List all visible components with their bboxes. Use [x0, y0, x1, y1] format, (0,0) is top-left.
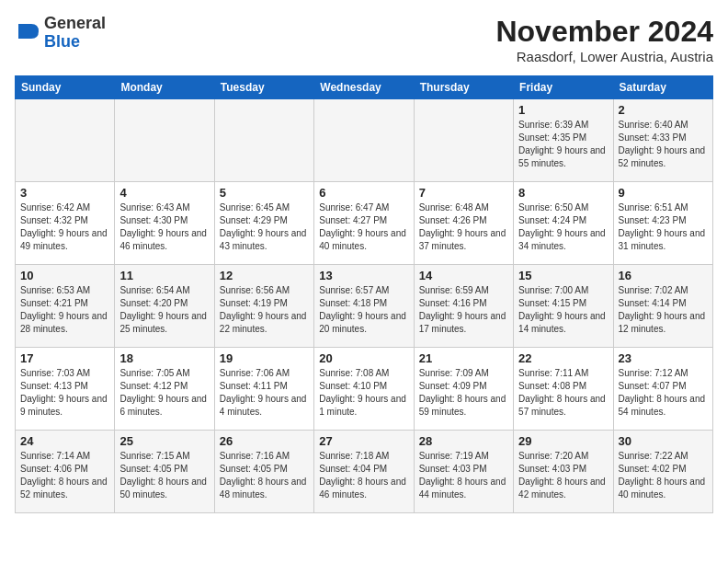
calendar-cell: 30Sunrise: 7:22 AM Sunset: 4:02 PM Dayli… [613, 431, 712, 513]
day-info: Sunrise: 6:42 AM Sunset: 4:32 PM Dayligh… [20, 201, 109, 253]
header: General Blue November 2024 Raasdorf, Low… [15, 15, 713, 64]
day-number: 28 [419, 434, 508, 448]
calendar-cell: 26Sunrise: 7:16 AM Sunset: 4:05 PM Dayli… [214, 431, 313, 513]
day-number: 22 [518, 351, 608, 365]
day-number: 9 [619, 186, 708, 200]
calendar-cell: 7Sunrise: 6:48 AM Sunset: 4:26 PM Daylig… [414, 182, 513, 265]
day-number: 20 [319, 351, 408, 365]
calendar-cell: 29Sunrise: 7:20 AM Sunset: 4:03 PM Dayli… [514, 431, 613, 513]
calendar-cell: 19Sunrise: 7:06 AM Sunset: 4:11 PM Dayli… [214, 348, 313, 431]
day-number: 14 [419, 269, 508, 282]
calendar-cell: 27Sunrise: 7:18 AM Sunset: 4:04 PM Dayli… [314, 431, 414, 513]
day-info: Sunrise: 6:40 AM Sunset: 4:33 PM Dayligh… [619, 119, 708, 170]
logo-text: General Blue [44, 15, 106, 52]
day-header-saturday: Saturday [613, 76, 712, 99]
day-info: Sunrise: 7:16 AM Sunset: 4:05 PM Dayligh… [220, 450, 309, 501]
day-info: Sunrise: 7:05 AM Sunset: 4:12 PM Dayligh… [119, 367, 209, 419]
day-number: 7 [419, 186, 508, 200]
day-info: Sunrise: 6:43 AM Sunset: 4:30 PM Dayligh… [119, 201, 209, 253]
day-info: Sunrise: 7:06 AM Sunset: 4:11 PM Dayligh… [220, 367, 309, 419]
day-info: Sunrise: 7:14 AM Sunset: 4:06 PM Dayligh… [20, 450, 109, 501]
day-header-thursday: Thursday [414, 76, 513, 99]
day-number: 25 [119, 434, 209, 448]
logo-icon [15, 20, 40, 46]
day-number: 21 [419, 351, 508, 365]
day-info: Sunrise: 6:57 AM Sunset: 4:18 PM Dayligh… [319, 284, 408, 336]
day-number: 16 [619, 269, 708, 282]
calendar-cell: 18Sunrise: 7:05 AM Sunset: 4:12 PM Dayli… [115, 348, 214, 431]
calendar-cell: 10Sunrise: 6:53 AM Sunset: 4:21 PM Dayli… [16, 265, 115, 348]
calendar-cell: 22Sunrise: 7:11 AM Sunset: 4:08 PM Dayli… [514, 348, 613, 431]
location-title: Raasdorf, Lower Austria, Austria [495, 49, 713, 64]
day-number: 5 [220, 186, 309, 200]
calendar-cell: 6Sunrise: 6:47 AM Sunset: 4:27 PM Daylig… [314, 182, 414, 265]
calendar-cell: 28Sunrise: 7:19 AM Sunset: 4:03 PM Dayli… [414, 431, 513, 513]
calendar-cell: 17Sunrise: 7:03 AM Sunset: 4:13 PM Dayli… [16, 348, 115, 431]
day-number: 10 [20, 269, 109, 282]
day-info: Sunrise: 7:20 AM Sunset: 4:03 PM Dayligh… [518, 450, 608, 501]
calendar-cell: 25Sunrise: 7:15 AM Sunset: 4:05 PM Dayli… [115, 431, 214, 513]
calendar-cell: 3Sunrise: 6:42 AM Sunset: 4:32 PM Daylig… [16, 182, 115, 265]
day-number: 30 [619, 434, 708, 448]
calendar-cell: 21Sunrise: 7:09 AM Sunset: 4:09 PM Dayli… [414, 348, 513, 431]
day-info: Sunrise: 6:54 AM Sunset: 4:20 PM Dayligh… [119, 284, 209, 336]
day-info: Sunrise: 7:15 AM Sunset: 4:05 PM Dayligh… [119, 450, 209, 501]
calendar-cell: 20Sunrise: 7:08 AM Sunset: 4:10 PM Dayli… [314, 348, 414, 431]
calendar-cell [16, 99, 115, 182]
day-number: 15 [518, 269, 608, 282]
calendar-week-row: 17Sunrise: 7:03 AM Sunset: 4:13 PM Dayli… [16, 348, 713, 431]
calendar-week-row: 1Sunrise: 6:39 AM Sunset: 4:35 PM Daylig… [16, 99, 713, 182]
calendar-table: SundayMondayTuesdayWednesdayThursdayFrid… [15, 75, 713, 513]
day-info: Sunrise: 7:12 AM Sunset: 4:07 PM Dayligh… [619, 367, 708, 419]
day-header-friday: Friday [514, 76, 613, 99]
day-number: 6 [319, 186, 408, 200]
calendar-cell: 23Sunrise: 7:12 AM Sunset: 4:07 PM Dayli… [613, 348, 712, 431]
calendar-cell [115, 99, 214, 182]
day-info: Sunrise: 7:09 AM Sunset: 4:09 PM Dayligh… [419, 367, 508, 419]
calendar-cell: 4Sunrise: 6:43 AM Sunset: 4:30 PM Daylig… [115, 182, 214, 265]
title-area: November 2024 Raasdorf, Lower Austria, A… [495, 15, 713, 64]
calendar-week-row: 10Sunrise: 6:53 AM Sunset: 4:21 PM Dayli… [16, 265, 713, 348]
day-header-wednesday: Wednesday [314, 76, 414, 99]
day-info: Sunrise: 6:39 AM Sunset: 4:35 PM Dayligh… [518, 119, 608, 170]
day-number: 26 [220, 434, 309, 448]
day-info: Sunrise: 6:56 AM Sunset: 4:19 PM Dayligh… [220, 284, 309, 336]
calendar-cell: 2Sunrise: 6:40 AM Sunset: 4:33 PM Daylig… [613, 99, 712, 182]
day-info: Sunrise: 7:22 AM Sunset: 4:02 PM Dayligh… [619, 450, 708, 501]
day-header-sunday: Sunday [16, 76, 115, 99]
calendar-cell [214, 99, 313, 182]
day-info: Sunrise: 7:19 AM Sunset: 4:03 PM Dayligh… [419, 450, 508, 501]
calendar-cell: 16Sunrise: 7:02 AM Sunset: 4:14 PM Dayli… [613, 265, 712, 348]
day-info: Sunrise: 6:59 AM Sunset: 4:16 PM Dayligh… [419, 284, 508, 336]
calendar-cell: 15Sunrise: 7:00 AM Sunset: 4:15 PM Dayli… [514, 265, 613, 348]
month-title: November 2024 [495, 15, 713, 49]
calendar-week-row: 3Sunrise: 6:42 AM Sunset: 4:32 PM Daylig… [16, 182, 713, 265]
calendar-cell: 14Sunrise: 6:59 AM Sunset: 4:16 PM Dayli… [414, 265, 513, 348]
calendar-week-row: 24Sunrise: 7:14 AM Sunset: 4:06 PM Dayli… [16, 431, 713, 513]
calendar-cell: 9Sunrise: 6:51 AM Sunset: 4:23 PM Daylig… [613, 182, 712, 265]
day-info: Sunrise: 6:45 AM Sunset: 4:29 PM Dayligh… [220, 201, 309, 253]
day-number: 3 [20, 186, 109, 200]
calendar-cell: 5Sunrise: 6:45 AM Sunset: 4:29 PM Daylig… [214, 182, 313, 265]
day-info: Sunrise: 6:51 AM Sunset: 4:23 PM Dayligh… [619, 201, 708, 253]
day-info: Sunrise: 6:50 AM Sunset: 4:24 PM Dayligh… [518, 201, 608, 253]
day-number: 1 [518, 103, 608, 117]
calendar-cell: 1Sunrise: 6:39 AM Sunset: 4:35 PM Daylig… [514, 99, 613, 182]
day-number: 29 [518, 434, 608, 448]
day-info: Sunrise: 6:47 AM Sunset: 4:27 PM Dayligh… [319, 201, 408, 253]
day-number: 13 [319, 269, 408, 282]
day-number: 12 [220, 269, 309, 282]
day-info: Sunrise: 7:02 AM Sunset: 4:14 PM Dayligh… [619, 284, 708, 336]
calendar-cell: 11Sunrise: 6:54 AM Sunset: 4:20 PM Dayli… [115, 265, 214, 348]
calendar-cell: 13Sunrise: 6:57 AM Sunset: 4:18 PM Dayli… [314, 265, 414, 348]
day-header-tuesday: Tuesday [214, 76, 313, 99]
calendar-cell: 8Sunrise: 6:50 AM Sunset: 4:24 PM Daylig… [514, 182, 613, 265]
day-info: Sunrise: 6:53 AM Sunset: 4:21 PM Dayligh… [20, 284, 109, 336]
day-info: Sunrise: 7:00 AM Sunset: 4:15 PM Dayligh… [518, 284, 608, 336]
logo-general: General [44, 14, 106, 32]
day-info: Sunrise: 7:11 AM Sunset: 4:08 PM Dayligh… [518, 367, 608, 419]
day-info: Sunrise: 7:03 AM Sunset: 4:13 PM Dayligh… [20, 367, 109, 419]
logo: General Blue [15, 15, 106, 52]
calendar-cell [314, 99, 414, 182]
day-info: Sunrise: 6:48 AM Sunset: 4:26 PM Dayligh… [419, 201, 508, 253]
